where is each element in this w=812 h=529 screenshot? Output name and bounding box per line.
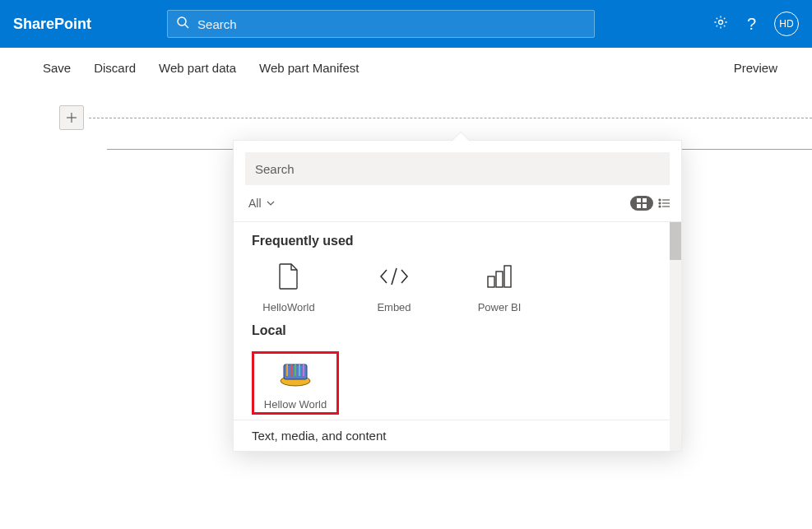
suite-search-box[interactable] bbox=[167, 10, 595, 38]
webpart-item-helloworld[interactable]: HelloWorld bbox=[252, 262, 326, 313]
section-text-media[interactable]: Text, media, and content bbox=[234, 420, 681, 451]
list-view-button[interactable] bbox=[658, 198, 670, 208]
svg-rect-18 bbox=[488, 276, 494, 287]
webpart-label: Power BI bbox=[478, 301, 522, 313]
webpart-manifest-button[interactable]: Web part Manifest bbox=[258, 58, 360, 78]
preview-button[interactable]: Preview bbox=[732, 58, 779, 78]
help-icon[interactable]: ? bbox=[747, 15, 756, 34]
view-toggle bbox=[630, 196, 670, 211]
svg-rect-20 bbox=[504, 266, 511, 287]
save-button[interactable]: Save bbox=[41, 58, 72, 78]
section-title-local: Local bbox=[252, 323, 663, 338]
section-title-frequently-used: Frequently used bbox=[252, 234, 663, 248]
scrollbar-thumb[interactable] bbox=[670, 222, 681, 260]
svg-rect-19 bbox=[496, 271, 503, 287]
section-title-text-media: Text, media, and content bbox=[252, 429, 386, 443]
highlighted-webpart: Hellow World bbox=[252, 351, 339, 415]
webpart-label: HelloWorld bbox=[262, 301, 314, 313]
section-local: Local bbox=[234, 318, 681, 420]
code-icon bbox=[379, 262, 409, 291]
section-dashed-line bbox=[89, 118, 812, 118]
svg-rect-8 bbox=[643, 198, 647, 202]
toolbox-search[interactable] bbox=[245, 152, 670, 185]
app-header: SharePoint ? HD bbox=[0, 0, 812, 48]
add-section-button[interactable] bbox=[59, 105, 84, 130]
chart-icon bbox=[485, 262, 514, 291]
command-bar: Save Discard Web part data Web part Mani… bbox=[0, 48, 812, 89]
webpart-item-embed[interactable]: Embed bbox=[357, 262, 431, 313]
svg-rect-9 bbox=[637, 204, 641, 208]
filter-label: All bbox=[248, 197, 262, 210]
search-icon bbox=[176, 16, 189, 32]
chevron-down-icon bbox=[267, 197, 275, 210]
custom-webpart-icon bbox=[277, 359, 313, 388]
svg-point-2 bbox=[718, 21, 722, 25]
svg-rect-10 bbox=[643, 204, 647, 208]
section-divider-row bbox=[0, 105, 812, 130]
brand-label: SharePoint bbox=[13, 16, 157, 33]
avatar[interactable]: HD bbox=[774, 12, 799, 36]
webpart-toolbox-popup: All Frequently used bbox=[233, 140, 682, 452]
suite-search-input[interactable] bbox=[197, 17, 586, 31]
grid-view-button[interactable] bbox=[630, 196, 653, 211]
svg-point-15 bbox=[659, 206, 661, 207]
section-frequently-used: Frequently used HelloWorld bbox=[234, 222, 681, 318]
webpart-data-button[interactable]: Web part data bbox=[157, 58, 238, 78]
settings-icon[interactable] bbox=[712, 14, 729, 34]
header-right: ? HD bbox=[712, 12, 799, 36]
discard-button[interactable]: Discard bbox=[92, 58, 137, 78]
suite-search-wrap bbox=[167, 10, 595, 38]
svg-point-13 bbox=[659, 202, 661, 204]
filter-all-button[interactable]: All bbox=[245, 193, 278, 213]
file-icon bbox=[274, 262, 304, 291]
webpart-label: Hellow World bbox=[264, 398, 327, 411]
svg-point-11 bbox=[659, 199, 661, 201]
svg-line-17 bbox=[392, 268, 397, 285]
toolbox-body: Frequently used HelloWorld bbox=[234, 222, 681, 451]
webpart-item-powerbi[interactable]: Power BI bbox=[462, 262, 536, 313]
webpart-item-hellowworld[interactable]: Hellow World bbox=[259, 359, 332, 411]
svg-line-1 bbox=[185, 25, 188, 28]
webpart-label: Embed bbox=[377, 301, 411, 313]
toolbox-toolbar: All bbox=[234, 193, 681, 221]
toolbox-search-input[interactable] bbox=[255, 162, 660, 176]
svg-point-0 bbox=[178, 17, 186, 26]
svg-rect-7 bbox=[637, 198, 641, 202]
scrollbar-track[interactable] bbox=[670, 222, 681, 451]
